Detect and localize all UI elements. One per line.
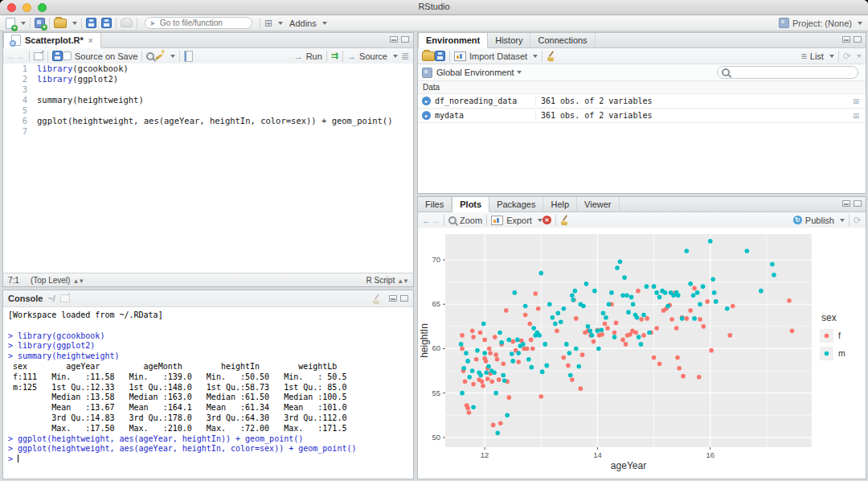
console-line: m:125 1st Qu.:12.33 1st Qu.:148.0 1st Qu… — [8, 383, 408, 393]
code-tools-button[interactable] — [154, 51, 175, 61]
search-icon — [722, 68, 730, 76]
console-path[interactable]: ~/ — [47, 294, 55, 303]
console-output[interactable]: [Workspace loaded from ~/.RData] > libra… — [3, 306, 413, 479]
refresh-environment-button[interactable]: ⟳ — [843, 51, 862, 61]
object-name: df_noreading_data — [435, 97, 535, 105]
environment-selector[interactable]: Global Environment — [436, 68, 514, 77]
source-on-save-checkbox[interactable]: Source on Save — [63, 51, 137, 61]
maximize-pane-button[interactable] — [854, 200, 862, 207]
find-replace-button[interactable] — [146, 52, 154, 60]
popout-icon[interactable] — [60, 294, 70, 302]
svg-text:f: f — [838, 331, 841, 340]
new-project-button[interactable] — [35, 18, 45, 28]
environment-search-input[interactable] — [717, 66, 858, 79]
code-line[interactable]: 1library(gcookbook) — [3, 64, 413, 74]
code-line[interactable]: 4summary(heightweight) — [3, 95, 413, 105]
rerun-button[interactable]: ⇉ — [331, 51, 338, 61]
goto-file-input[interactable] — [145, 17, 252, 29]
project-menu-button[interactable]: Project: (None) — [779, 18, 862, 28]
tab-scatterplot-r[interactable]: Scatterplot.R* × — [3, 33, 101, 48]
save-all-button[interactable] — [101, 18, 112, 28]
tab-history[interactable]: History — [488, 33, 530, 47]
environment-search — [717, 66, 858, 79]
file-type-selector[interactable]: R Script▲▼ — [366, 276, 408, 285]
console-line: sex ageYear ageMonth heightIn weightLb — [8, 362, 408, 372]
console-title: Console — [8, 294, 43, 303]
popout-button[interactable] — [34, 52, 43, 60]
print-button[interactable] — [121, 19, 133, 27]
clear-environment-button[interactable] — [547, 51, 557, 61]
env-object-row[interactable]: ▶df_noreading_data361 obs. of 2 variable… — [418, 94, 866, 109]
console-line: 3rd Qu.:14.83 3rd Qu.:178.0 3rd Qu.:64.3… — [8, 413, 408, 424]
back-arrow-icon: ← — [422, 216, 431, 225]
run-button[interactable]: → Run — [294, 51, 322, 61]
tab-plots[interactable]: Plots — [452, 197, 489, 212]
clear-console-broom-icon[interactable] — [372, 294, 383, 304]
close-tab-icon[interactable]: × — [88, 36, 93, 45]
source-button[interactable]: → Source — [347, 51, 398, 61]
code-line[interactable]: 5 — [3, 105, 413, 116]
remove-plot-button[interactable]: ✕ — [542, 216, 551, 224]
maximize-pane-button[interactable] — [854, 36, 862, 43]
expand-object-icon[interactable]: ▶ — [422, 111, 431, 120]
zoom-plot-button[interactable]: Zoom — [448, 216, 482, 225]
scope-selector[interactable]: (Top Level)▲▼ — [31, 276, 84, 285]
tab-packages[interactable]: Packages — [489, 197, 543, 212]
pane-layout-button[interactable]: ⊞ — [264, 18, 283, 28]
code-line[interactable]: 3 — [3, 84, 413, 95]
maximize-pane-button[interactable] — [401, 36, 409, 43]
close-window-button[interactable] — [7, 3, 16, 12]
code-line[interactable]: 2library(ggplot2) — [3, 74, 413, 84]
export-plot-button[interactable]: Export — [491, 216, 542, 225]
minimize-pane-button[interactable] — [389, 295, 397, 302]
minimize-pane-button[interactable] — [842, 36, 850, 43]
forward-button[interactable]: → — [16, 51, 25, 61]
view-table-icon[interactable]: ⊞ — [854, 110, 859, 121]
import-dataset-button[interactable]: Import Dataset — [454, 51, 538, 61]
minimize-pane-button[interactable] — [390, 36, 398, 43]
clear-plots-button[interactable] — [560, 215, 571, 225]
load-workspace-button[interactable] — [422, 51, 435, 61]
open-file-button[interactable] — [54, 18, 77, 28]
compile-report-button[interactable] — [184, 51, 193, 62]
env-object-row[interactable]: ▶mydata361 obs. of 2 variables⊞ — [418, 109, 866, 123]
maximize-pane-button[interactable] — [400, 295, 408, 302]
back-button[interactable]: ← — [7, 51, 16, 61]
code-line[interactable]: 7 — [3, 126, 413, 137]
tab-files[interactable]: Files — [418, 197, 452, 212]
minimize-window-button[interactable] — [23, 3, 31, 12]
previous-plot-button[interactable]: ← — [422, 216, 431, 225]
chevron-down-icon — [517, 71, 522, 74]
console-prompt[interactable]: > — [8, 454, 408, 465]
source-arrow-icon: → — [347, 51, 356, 61]
refresh-plot-button[interactable]: ⟳ — [854, 216, 862, 225]
view-table-icon[interactable]: ⊞ — [854, 96, 859, 107]
addins-button[interactable]: Addins — [289, 18, 327, 28]
data-section-header: Data — [418, 81, 866, 94]
tab-connections[interactable]: Connections — [530, 33, 595, 47]
document-outline-icon[interactable]: ≣ — [401, 51, 409, 61]
save-source-button[interactable] — [52, 51, 63, 61]
tab-help[interactable]: Help — [543, 197, 577, 212]
line-number: 4 — [3, 95, 37, 105]
code-line[interactable]: 6ggplot(heightweight, aes(ageYear, heigh… — [3, 116, 413, 126]
chevron-down-icon — [533, 55, 538, 58]
list-view-button[interactable]: ≡ List — [801, 51, 834, 61]
save-workspace-button[interactable] — [435, 51, 445, 61]
tab-environment[interactable]: Environment — [418, 33, 488, 48]
addins-label: Addins — [289, 18, 317, 28]
tab-viewer[interactable]: Viewer — [577, 197, 619, 212]
svg-text:50: 50 — [432, 433, 440, 442]
zoom-window-button[interactable] — [38, 3, 47, 12]
save-button[interactable] — [86, 18, 96, 28]
chevron-down-icon — [278, 22, 283, 25]
save-icon — [435, 51, 445, 61]
publish-button[interactable]: ↻ Publish — [793, 216, 845, 225]
new-file-button[interactable] — [6, 18, 26, 29]
source-on-save-label: Source on Save — [75, 51, 137, 61]
chevron-down-icon — [170, 55, 175, 58]
code-editor[interactable]: 1library(gcookbook)2library(ggplot2)34su… — [3, 64, 413, 273]
minimize-pane-button[interactable] — [842, 200, 850, 207]
expand-object-icon[interactable]: ▶ — [422, 97, 431, 105]
next-plot-button[interactable]: → — [431, 216, 440, 225]
